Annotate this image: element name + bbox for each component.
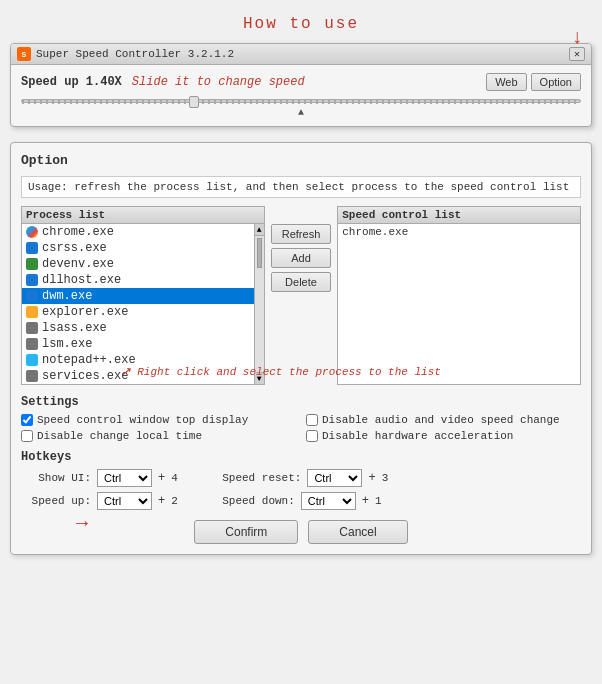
action-buttons-col: Refresh Add Delete <box>271 206 332 385</box>
arrow-to-option-icon: ↓ <box>571 26 583 49</box>
dllhost-icon <box>26 274 38 286</box>
list-item[interactable]: dwm.exe <box>22 288 254 304</box>
scroll-down-icon[interactable]: ▼ <box>255 372 264 384</box>
hotkey-row-speedup: Speed up: Ctrl + 2 Speed down: Ctrl + 1 <box>21 492 581 510</box>
refresh-button[interactable]: Refresh <box>271 224 332 244</box>
speedup-label: Speed up: <box>21 495 91 507</box>
lsass-icon <box>26 322 38 334</box>
checkbox-speed-control-top[interactable]: Speed control window top display <box>21 414 296 426</box>
services-icon <box>26 370 38 382</box>
process-name: lsm.exe <box>42 337 92 351</box>
speed-window-title: Super Speed Controller 3.2.1.2 <box>36 48 569 60</box>
list-item[interactable]: notepad++.exe <box>22 352 254 368</box>
speedreset-number: 3 <box>382 472 397 484</box>
process-items-col: chrome.exe csrss.exe devenv.exe dll <box>22 224 254 384</box>
dwm-icon <box>26 290 38 302</box>
speed-control-header: Speed control list <box>338 207 580 224</box>
bottom-buttons: → Confirm Cancel <box>21 520 581 544</box>
checkbox-disable-hw[interactable]: Disable hardware acceleration <box>306 430 581 442</box>
list-item[interactable]: lsm.exe <box>22 336 254 352</box>
chrome-icon <box>26 226 38 238</box>
speed-label: Speed up 1.40X <box>21 75 122 89</box>
close-icon: ✕ <box>574 48 580 60</box>
settings-title: Settings <box>21 395 581 409</box>
process-list-inner: chrome.exe csrss.exe devenv.exe dll <box>22 224 264 384</box>
showui-label: Show UI: <box>21 472 91 484</box>
disable-time-checkbox[interactable] <box>21 430 33 442</box>
process-list-header: Process list <box>22 207 264 224</box>
option-title: Option <box>21 153 581 168</box>
process-list-panel: Process list chrome.exe csrss.exe <box>21 206 265 385</box>
option-button[interactable]: Option <box>531 73 581 91</box>
speedreset-plus: + <box>368 471 375 485</box>
process-name: dwm.exe <box>42 289 92 303</box>
add-button[interactable]: Add <box>271 248 332 268</box>
slider-thumb[interactable] <box>189 96 199 108</box>
web-button[interactable]: Web <box>486 73 526 91</box>
delete-button[interactable]: Delete <box>271 272 332 292</box>
speed-control-top-checkbox[interactable] <box>21 414 33 426</box>
speedup-plus: + <box>158 494 165 508</box>
lsm-icon <box>26 338 38 350</box>
list-item[interactable]: csrss.exe <box>22 240 254 256</box>
list-item[interactable]: lsass.exe <box>22 320 254 336</box>
how-to-use-heading: How to use <box>10 15 592 33</box>
app-icon: S <box>17 47 31 61</box>
window-btn-group: Web Option <box>486 73 581 91</box>
list-item[interactable]: devenv.exe <box>22 256 254 272</box>
speedreset-key-select[interactable]: Ctrl <box>307 469 362 487</box>
option-panel: Option Usage: refresh the process list, … <box>10 142 592 555</box>
lists-container: Process list chrome.exe csrss.exe <box>21 206 581 385</box>
speed-control-panel: Speed control list chrome.exe <box>337 206 581 385</box>
usage-text: Usage: refresh the process list, and the… <box>21 176 581 198</box>
speedreset-label: Speed reset: <box>222 472 301 484</box>
list-item[interactable]: chrome.exe <box>338 224 580 240</box>
scroll-thumb[interactable] <box>257 238 262 268</box>
process-name: devenv.exe <box>42 257 114 271</box>
showui-number: 4 <box>171 472 186 484</box>
speedup-number: 2 <box>171 495 186 507</box>
disable-audio-label: Disable audio and video speed change <box>322 414 560 426</box>
process-name: services.exe <box>42 369 128 383</box>
list-item[interactable]: services.exe <box>22 368 254 384</box>
process-list-scrollbar[interactable]: ▲ ▼ <box>254 224 264 384</box>
speedup-key-select[interactable]: Ctrl <box>97 492 152 510</box>
disable-audio-checkbox[interactable] <box>306 414 318 426</box>
explorer-icon <box>26 306 38 318</box>
speeddown-key-select[interactable]: Ctrl <box>301 492 356 510</box>
showui-plus: + <box>158 471 165 485</box>
process-name: notepad++.exe <box>42 353 136 367</box>
disable-hw-label: Disable hardware acceleration <box>322 430 513 442</box>
showui-key-select[interactable]: Ctrl <box>97 469 152 487</box>
confirm-button[interactable]: Confirm <box>194 520 298 544</box>
hotkeys-section: Hotkeys Show UI: Ctrl + 4 Speed reset: C… <box>21 450 581 510</box>
speed-control-list: chrome.exe <box>338 224 580 384</box>
list-item[interactable]: explorer.exe <box>22 304 254 320</box>
scroll-up-icon[interactable]: ▲ <box>255 224 264 236</box>
checkbox-disable-audio[interactable]: Disable audio and video speed change <box>306 414 581 426</box>
devenv-icon <box>26 258 38 270</box>
settings-row-1: Speed control window top display Disable… <box>21 414 581 426</box>
checkbox-disable-time[interactable]: Disable change local time <box>21 430 296 442</box>
process-name: dllhost.exe <box>42 273 121 287</box>
speedreset-group: Speed reset: Ctrl + 3 <box>222 469 396 487</box>
disable-hw-checkbox[interactable] <box>306 430 318 442</box>
slider-arrow-icon: ▲ <box>21 107 581 118</box>
notepad-icon <box>26 354 38 366</box>
cancel-button[interactable]: Cancel <box>308 520 407 544</box>
speed-window-titlebar: S Super Speed Controller 3.2.1.2 ✕ <box>11 44 591 65</box>
process-name: lsass.exe <box>42 321 107 335</box>
hotkey-row-showui: Show UI: Ctrl + 4 Speed reset: Ctrl + 3 <box>21 469 581 487</box>
list-item[interactable]: dllhost.exe <box>22 272 254 288</box>
settings-section: Settings Speed control window top displa… <box>21 395 581 442</box>
settings-row-2: Disable change local time Disable hardwa… <box>21 430 581 442</box>
speeddown-plus: + <box>362 494 369 508</box>
close-button[interactable]: ✕ <box>569 47 585 61</box>
speed-row: Speed up 1.40X Slide it to change speed … <box>21 73 581 91</box>
slide-hint: Slide it to change speed <box>132 75 486 89</box>
process-name: explorer.exe <box>42 305 128 319</box>
speeddown-group: Speed down: Ctrl + 1 <box>222 492 390 510</box>
list-item[interactable]: chrome.exe <box>22 224 254 240</box>
speeddown-label: Speed down: <box>222 495 295 507</box>
slider-dots <box>22 100 580 104</box>
